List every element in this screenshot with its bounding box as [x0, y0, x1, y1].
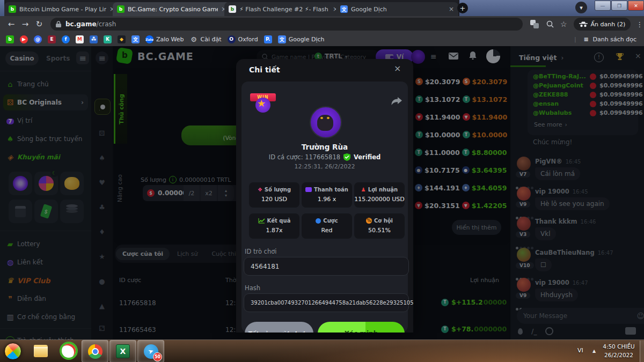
bookmark-kucoin-icon[interactable]: K [104, 35, 112, 43]
tray-expand-icon[interactable]: ▲ [592, 349, 596, 353]
stat-payout: Thanh toán 1.96 x [302, 182, 352, 208]
lock-icon [56, 21, 61, 27]
new-tab-button[interactable]: + [457, 3, 468, 13]
tab-google-translate[interactable]: 文 Google Dịch × [336, 2, 458, 16]
bookmark-at-icon[interactable]: @ [34, 35, 42, 43]
back-icon[interactable]: ← [4, 19, 18, 29]
translate-favicon: 文 [340, 5, 348, 13]
telegram-badge: 50 [153, 352, 162, 361]
all-players-button[interactable]: Tất cả người chơi › [245, 322, 313, 333]
url-path: /crash [97, 20, 116, 28]
bet-icon [316, 218, 321, 224]
profit-icon: ♟ [361, 187, 366, 193]
screen: b Bitcoin Limbo Game - Play Limbo × b BC… [0, 0, 644, 362]
tab-title: Google Dịch [351, 6, 400, 13]
bcgame-page: Casino Sports ≡ ⌂ Trang chủ ⚄ BC Origina… [0, 46, 644, 339]
bookmark-gtranslate-label[interactable]: Google Dịch [289, 36, 325, 43]
menu-more-icon[interactable]: ⋮ [636, 20, 643, 28]
tab-title: BC.Game: Crypto Casino Games & [128, 6, 218, 13]
taskbar-telegram-active[interactable]: ➤ 50 [137, 340, 164, 362]
bookmark-settings-label[interactable]: Cài đặt [201, 36, 222, 43]
share-icon[interactable] [391, 97, 402, 108]
url-host: bc.game [65, 20, 97, 28]
modal-title: Chi tiết [249, 65, 280, 74]
stat-profit: ♟Lợi nhuận 115.200000 USD [354, 182, 405, 208]
bookmark-zalo-icon[interactable]: Zalo [145, 35, 153, 43]
bookmark-facebook-icon[interactable]: f [62, 35, 70, 43]
tab-limbo[interactable]: b Bitcoin Limbo Game - Play Limbo × [4, 2, 119, 16]
win-star-icon: ★ [257, 98, 266, 109]
player-avatar[interactable] [310, 106, 342, 138]
bet-id-text: ID cá cược: 117665818 [269, 153, 340, 161]
coccoc-icon [60, 342, 78, 360]
verify-button[interactable]: Xác minh [318, 322, 405, 333]
bookmark-e-icon[interactable]: E [48, 35, 56, 43]
reading-list-label[interactable]: Danh sách đọc [593, 36, 636, 43]
stat-bet: Cược Red [302, 213, 352, 239]
bet-details-modal: Chi tiết × WIN ★ Trường Rùa ID cá cược: [236, 59, 413, 333]
bookmark-gmail-icon[interactable]: M [76, 35, 84, 43]
game-id-label: ID trò chơi [245, 248, 276, 255]
bet-id-row: ID cá cược: 117665818 Verified [236, 153, 413, 161]
start-button[interactable] [4, 343, 21, 360]
bookmark-binance-icon[interactable]: ◆ [118, 35, 126, 43]
reload-icon[interactable]: ↻ [32, 19, 46, 29]
bookmark-bcgame-icon[interactable]: b [6, 35, 14, 43]
chrome-icon [88, 344, 103, 359]
language-indicator[interactable]: VI [577, 347, 583, 354]
tab-search-chevron[interactable]: ▾ [575, 2, 587, 13]
clock[interactable]: 4:50 CHIỀU 26/2/2022 [600, 342, 638, 360]
profile-label: Ẩn danh (2) [591, 21, 626, 28]
address-bar[interactable]: bc.game /crash [50, 18, 523, 31]
forward-icon[interactable]: → [18, 19, 32, 29]
tab-flash-challenge[interactable]: b ⚡ Flash Challenge #2 ⚡- Flash Ch × [224, 2, 342, 16]
taskbar-chrome-active[interactable] [82, 340, 108, 362]
excel-icon: X [116, 344, 130, 358]
player-name: Trường Rùa [236, 143, 413, 151]
profile-chip[interactable]: Ẩn danh (2) [574, 18, 631, 31]
hash-label: Hash [245, 284, 260, 292]
payout-card-icon [305, 187, 312, 192]
bookmarks-bar: b ▶ @ E f M ⁂ K ◆ 文 Zalo Zalo Web ⚙ Cài … [0, 32, 644, 47]
window-frame-left [0, 0, 4, 16]
bookmark-oxford-label[interactable]: Oxford [238, 36, 258, 43]
bookmarks-divider: | [574, 36, 576, 43]
hash-field[interactable]: 39201cba00749327012664944758a21dab56228e… [244, 293, 409, 312]
verified-shield-icon [343, 153, 350, 161]
win-badge: WIN ★ [250, 91, 276, 114]
bookmark-oxford-icon[interactable]: O [228, 35, 236, 43]
reading-list-icon[interactable]: ▦ [582, 35, 590, 43]
bet-timestamp: 12:25:31, 26/2/2022 [236, 163, 413, 170]
tab-bcgame-active[interactable]: b BC.Game: Crypto Casino Games & × [113, 2, 231, 16]
close-button[interactable]: ✕ [628, 1, 644, 11]
bookmark-share-icon[interactable]: ⁂ [90, 35, 98, 43]
bookmark-youtube-icon[interactable]: ▶ [20, 35, 28, 43]
taskbar-coccoc[interactable] [56, 340, 82, 361]
bookmark-star-icon[interactable]: ☆ [560, 20, 567, 28]
modal-close-icon[interactable]: × [394, 63, 401, 73]
taskbar-glass-highlight [258, 339, 644, 362]
window-controls: — ❐ ✕ [595, 1, 644, 11]
bcgame-favicon: b [117, 5, 125, 13]
clock-time: 4:50 CHIỀU [600, 342, 638, 351]
bookmark-translate-icon[interactable]: 文 [131, 35, 140, 43]
verified-label: Verified [354, 153, 380, 161]
show-desktop-button[interactable] [640, 341, 644, 362]
maximize-button[interactable]: ❐ [611, 1, 627, 11]
stat-result: Kết quả 1.87x [249, 213, 299, 239]
tab-close-icon[interactable]: × [449, 5, 454, 13]
folder-icon [34, 345, 48, 357]
zoom-icon[interactable] [546, 20, 554, 28]
translate-icon[interactable] [530, 20, 539, 28]
taskbar-explorer[interactable] [28, 340, 54, 361]
taskbar-excel-active[interactable]: X [109, 340, 136, 362]
bookmark-translate2-icon[interactable]: 文 [278, 35, 286, 43]
clock-date: 26/2/2022 [600, 351, 638, 359]
game-id-field[interactable]: 4564181 [244, 257, 409, 276]
minimize-button[interactable]: — [595, 1, 611, 11]
bookmark-p-icon[interactable]: P. [264, 35, 272, 43]
result-chart-icon [258, 218, 265, 224]
settings-gear-icon[interactable]: ⚙ [190, 35, 198, 43]
tab-title: Bitcoin Limbo Game - Play Limbo [19, 6, 106, 13]
bookmark-zalo-label[interactable]: Zalo Web [156, 36, 184, 43]
